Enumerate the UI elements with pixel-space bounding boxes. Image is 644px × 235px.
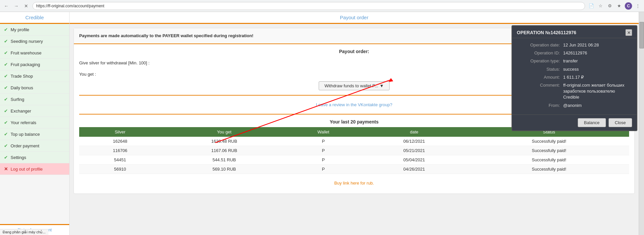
sidebar-item-fruit-warehouse[interactable]: ✔ Fruit warehouse: [0, 47, 69, 59]
table-cell-you_get: 1626.48 RUB: [161, 137, 288, 146]
sidebar-item-logout[interactable]: ✕ Log out of profile: [0, 163, 69, 175]
extensions-icon[interactable]: ⚙: [606, 2, 614, 10]
sidebar-item-daily-bonus[interactable]: ✔ Daily bonus: [0, 82, 69, 94]
check-icon: ✔: [4, 108, 8, 114]
popup-amount-label: Amount:: [517, 74, 560, 80]
sidebar-item-seedling-nursery[interactable]: ✔ Seedling nursery: [0, 36, 69, 47]
popup-title: OPERATION №1426112976: [517, 30, 576, 35]
forward-button[interactable]: →: [13, 2, 20, 10]
popup-type-value: transfer: [563, 58, 632, 64]
bookmark2-icon[interactable]: ★: [616, 2, 623, 10]
sidebar-item-your-referrals[interactable]: ✔ Your referrals: [0, 117, 69, 128]
check-icon: ✔: [4, 155, 8, 160]
table-cell-silver: 56910: [79, 165, 161, 174]
back-button[interactable]: ←: [3, 2, 10, 10]
table-cell-you_get: 1167.06 RUB: [161, 146, 288, 155]
bookmark-icon[interactable]: ☆: [597, 2, 604, 10]
close-button[interactable]: Close: [609, 118, 632, 127]
sidebar-item-trade-shop[interactable]: ✔ Trade Shop: [0, 70, 69, 82]
scrollbar-track[interactable]: [639, 12, 644, 235]
check-icon: ✔: [4, 131, 8, 137]
table-cell-status: Successfully paid!: [469, 155, 629, 165]
sidebar-item-label: Your referrals: [11, 120, 36, 125]
table-cell-you_get: 544.51 RUB: [161, 155, 288, 165]
popup-footer: Balance Close: [512, 115, 637, 130]
you-get-label: You get :: [79, 72, 573, 77]
sidebar-item-label: Top up balance: [11, 132, 40, 137]
table-row: 1626481626.48 RUBP06/12/2021Successfully…: [79, 137, 629, 146]
sidebar-item-label: Log out of profile: [11, 167, 43, 172]
table-cell-silver: 162648: [79, 137, 161, 146]
sidebar-item-fruit-packaging[interactable]: ✔ Fruit packaging: [0, 59, 69, 70]
profile-icon[interactable]: C: [625, 2, 632, 10]
sidebar-item-exchanger[interactable]: ✔ Exchanger: [0, 105, 69, 117]
popup-comment-label: Comment:: [517, 82, 560, 101]
menu-icon[interactable]: ⋮: [634, 2, 641, 10]
popup-close-button[interactable]: ✕: [625, 29, 632, 36]
col-silver: Silver: [79, 127, 161, 137]
popup-row-from: From: @anonim: [517, 103, 632, 109]
sidebar-item-settings[interactable]: ✔ Settings: [0, 152, 69, 163]
table-cell-date: 04/26/2021: [359, 165, 469, 174]
check-icon: ✔: [4, 85, 8, 90]
table-cell-wallet: P: [288, 146, 359, 155]
col-date: date: [359, 127, 469, 137]
popup-body: Operation date: 12 Jun 2021 06:28 Operat…: [512, 38, 637, 115]
table-cell-date: 05/04/2021: [359, 155, 469, 165]
status-bar: Đang phân giải máy chủ...: [0, 229, 48, 235]
table-cell-status: Successfully paid!: [469, 137, 629, 146]
check-icon: ✔: [4, 62, 8, 67]
browser-icons: 📄 ☆ ⚙ ★ C ⋮: [588, 2, 641, 10]
reload-button[interactable]: ✕: [23, 2, 30, 10]
popup-comment-value: ff-original.com желает больших заработко…: [563, 82, 632, 101]
sidebar-item-my-profile[interactable]: ✔ My profile: [0, 24, 69, 36]
table-cell-wallet: P: [288, 137, 359, 146]
scrollbar-thumb[interactable]: [639, 22, 644, 48]
check-icon: ✔: [4, 73, 8, 79]
popup-row-status: Status: success: [517, 66, 632, 72]
translate-icon[interactable]: 📄: [588, 2, 595, 10]
withdraw-label: Withdraw funds to wallet P...: [324, 83, 378, 88]
table-row: 54451544.51 RUBP05/04/2021Successfully p…: [79, 155, 629, 165]
check-icon: ✔: [4, 50, 8, 55]
check-icon: ✔: [4, 97, 8, 102]
sidebar-item-label: Surfing: [11, 97, 24, 102]
sidebar-item-order-payment[interactable]: ✔ Order payment: [0, 140, 69, 152]
popup-row-id: Operation ID: 1426112976: [517, 50, 632, 56]
table-cell-date: 05/21/2021: [359, 146, 469, 155]
popup-date-label: Operation date:: [517, 42, 560, 48]
dropdown-icon: ▼: [380, 83, 384, 88]
popup-row-date: Operation date: 12 Jun 2021 06:28: [517, 42, 632, 48]
balance-button[interactable]: Balance: [578, 118, 606, 127]
buy-link-row: Buy link here for rub.: [79, 177, 629, 189]
sidebar-item-surfing[interactable]: ✔ Surfing: [0, 94, 69, 105]
address-bar[interactable]: [32, 2, 585, 10]
popup-amount-value: 1 611.17 ₽: [563, 74, 632, 80]
silver-label: Give silver for withdrawal [Min. 100] :: [79, 60, 573, 65]
sidebar-item-top-up-balance[interactable]: ✔ Top up balance: [0, 128, 69, 140]
popup-row-comment: Comment: ff-original.com желает больших …: [517, 82, 632, 101]
check-icon: ✔: [4, 143, 8, 148]
table-cell-silver: 116706: [79, 146, 161, 155]
popup-type-label: Operation type:: [517, 58, 560, 64]
x-icon: ✕: [4, 166, 8, 172]
table-cell-wallet: P: [288, 165, 359, 174]
table-cell-you_get: 569.10 RUB: [161, 165, 288, 174]
sidebar: Credible ✔ My profile ✔ Seedling nursery…: [0, 12, 70, 235]
popup-date-value: 12 Jun 2021 06:28: [563, 42, 632, 48]
popup-row-amount: Amount: 1 611.17 ₽: [517, 74, 632, 80]
popup-from-value: @anonim: [563, 103, 632, 109]
buy-link[interactable]: Buy link here for rub.: [334, 181, 374, 186]
popup-row-type: Operation type: transfer: [517, 58, 632, 64]
popup-status-label: Status:: [517, 66, 560, 72]
vk-link[interactable]: Leave a review in the VKontakte group?: [316, 102, 393, 107]
table-cell-date: 06/12/2021: [359, 137, 469, 146]
sidebar-item-label: Settings: [11, 155, 26, 160]
sidebar-item-label: Exchanger: [11, 109, 31, 114]
col-wallet: Wallet: [288, 127, 359, 137]
table-cell-wallet: P: [288, 155, 359, 165]
main-container: Credible ✔ My profile ✔ Seedling nursery…: [0, 12, 644, 235]
withdraw-button[interactable]: Withdraw funds to wallet P... ▼: [319, 81, 389, 90]
table-row: 56910569.10 RUBP04/26/2021Successfully p…: [79, 165, 629, 174]
table-cell-status: Successfully paid!: [469, 146, 629, 155]
